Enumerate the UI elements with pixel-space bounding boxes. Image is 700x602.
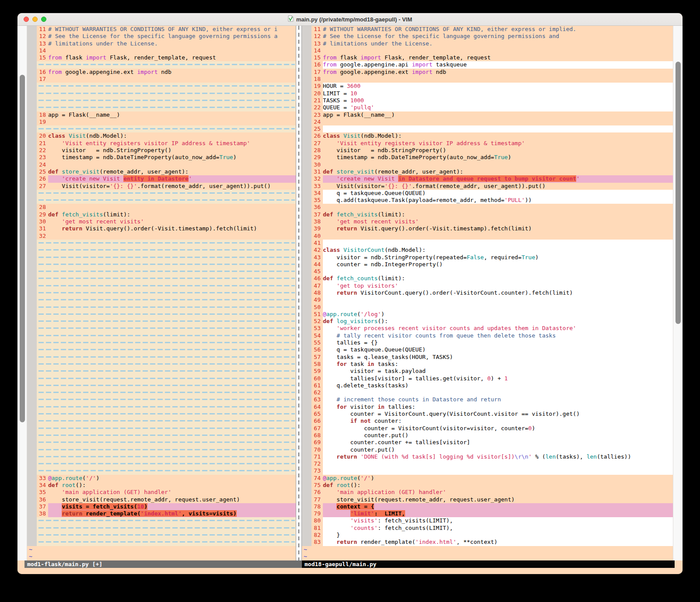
code-row: 28 visitor = ndb.StringProperty() <box>302 147 673 154</box>
code-text <box>48 233 296 240</box>
code-row: 61 q.delete_tasks(tasks) <box>302 382 673 389</box>
diff-filler-row <box>27 354 296 361</box>
code-text: q.add(taskqueue.Task(payload=remote_addr… <box>323 197 673 204</box>
fold-column <box>27 204 37 211</box>
diff-filler-row <box>27 97 296 104</box>
fold-column <box>27 332 37 339</box>
line-number: 68 <box>312 432 323 439</box>
fold-column <box>302 375 312 382</box>
code-text: def store_visit(remote_addr, user_agent)… <box>323 168 673 175</box>
command-line[interactable] <box>18 568 682 574</box>
code-text: context = { <box>323 503 673 510</box>
line-number: 69 <box>312 439 323 446</box>
fold-column <box>27 197 37 204</box>
code-text <box>323 296 673 303</box>
diff-filler-row <box>27 539 296 546</box>
diff-filler-row <box>27 282 296 289</box>
fold-column <box>27 61 37 68</box>
code-text <box>323 118 673 125</box>
fold-column <box>27 132 37 139</box>
code-row: 77 store_visit(request.remote_addr, requ… <box>302 496 673 503</box>
diff-delete-dashes <box>37 104 296 111</box>
fold-column <box>27 460 37 467</box>
code-row: 70 counter.put() <box>302 446 673 453</box>
fold-column <box>27 183 37 190</box>
code-text: for visitor in tallies: <box>323 404 673 411</box>
code-text: counter.counter += tallies[visitor] <box>323 439 673 446</box>
diff-delete-dashes <box>37 425 296 432</box>
code-text: from google.appengine.api import taskque… <box>323 61 673 68</box>
fold-column <box>302 325 312 332</box>
code-row: 22 visitor = ndb.StringProperty() <box>27 147 296 154</box>
fold-column <box>27 268 37 275</box>
line-number: 20 <box>312 90 323 97</box>
code-row: 14 <box>302 47 673 54</box>
fold-column <box>302 539 312 546</box>
fold-column <box>27 318 37 325</box>
fold-column <box>302 296 312 303</box>
code-row: 36 store_visit(request.remote_addr, requ… <box>27 496 296 503</box>
code-row: 54 # tally recent visitor counts from qu… <box>302 332 673 339</box>
fold-column <box>27 69 37 76</box>
line-number: 58 <box>312 361 323 368</box>
split-separator[interactable] <box>296 26 302 560</box>
line-number: 29 <box>312 154 323 161</box>
line-number: 55 <box>312 339 323 346</box>
line-number: 13 <box>37 40 48 47</box>
code-text: visitor = ndb.StringProperty(repeated=Fa… <box>323 254 673 261</box>
code-text: 'visits': fetch_visits(LIMIT), <box>323 517 673 524</box>
code-text: 'limit': LIMIT, <box>323 510 673 517</box>
close-button[interactable] <box>24 17 29 22</box>
code-text: # See the License for the specific langu… <box>48 33 296 40</box>
code-text: for task in tasks: <box>323 361 673 368</box>
status-bar: mod1-flask/main.py [+] mod18-gaepull/mai… <box>18 560 682 568</box>
fold-column <box>27 453 37 460</box>
code-row: 15from flask import Flask, render_templa… <box>27 54 296 61</box>
diff-delete-dashes <box>37 404 296 411</box>
right-scrollbar-thumb[interactable] <box>676 62 681 324</box>
code-row: 34 q = taskqueue.Queue(QUEUE) <box>302 190 673 197</box>
right-scrollbar[interactable] <box>673 26 682 560</box>
code-text: counter = VisitorCount(visitor=visitor, … <box>323 425 673 432</box>
code-text: @app.route('/') <box>48 475 296 482</box>
code-text: app = Flask(__name__) <box>48 111 296 118</box>
code-row: 16from google.appengine.ext import ndb <box>27 69 296 76</box>
fold-column <box>302 90 312 97</box>
left-scrollbar-thumb[interactable] <box>20 75 25 422</box>
line-number: 33 <box>37 475 48 482</box>
line-number: 33 <box>312 183 323 190</box>
code-row: 82 } <box>302 532 673 539</box>
fold-column <box>27 240 37 247</box>
minimize-button[interactable] <box>32 17 38 22</box>
code-text: Visit(visitor='{}: {}'.format(remote_add… <box>323 183 673 190</box>
diff-delete-dashes <box>37 439 296 446</box>
left-code-pane[interactable]: 11# WITHOUT WARRANTIES OR CONDITIONS OF … <box>27 26 296 560</box>
code-row: 25def store_visit(remote_addr, user_agen… <box>27 168 296 175</box>
code-row: 40 <box>302 233 673 240</box>
code-row: 17from google.appengine.ext import ndb <box>302 69 673 76</box>
line-number: 53 <box>312 325 323 332</box>
fold-column <box>27 311 37 318</box>
fold-column <box>27 517 37 524</box>
zoom-button[interactable] <box>41 17 46 22</box>
left-scrollbar[interactable] <box>18 26 27 560</box>
code-text: return render_template('index.html', vis… <box>48 510 296 517</box>
line-number: 29 <box>37 211 48 218</box>
fold-column <box>302 453 312 460</box>
diff-delete-dashes <box>37 325 296 332</box>
code-row: 63 # increment those counts in Datastore… <box>302 396 673 403</box>
diff-filler-row <box>27 318 296 325</box>
fold-column <box>27 396 37 403</box>
line-number: 28 <box>312 147 323 154</box>
code-text: q = taskqueue.Queue(QUEUE) <box>323 346 673 353</box>
code-text <box>48 204 296 211</box>
right-code-pane[interactable]: 11# WITHOUT WARRANTIES OR CONDITIONS OF … <box>302 26 673 560</box>
fold-column <box>302 26 312 33</box>
diff-filler-row <box>27 517 296 524</box>
code-text: tallies = {} <box>323 339 673 346</box>
code-text: # See the License for the specific langu… <box>323 33 673 40</box>
diff-delete-dashes <box>37 311 296 318</box>
code-row: 11# WITHOUT WARRANTIES OR CONDITIONS OF … <box>27 26 296 33</box>
line-number: 16 <box>312 61 323 68</box>
code-text: # limitations under the License. <box>323 40 673 47</box>
